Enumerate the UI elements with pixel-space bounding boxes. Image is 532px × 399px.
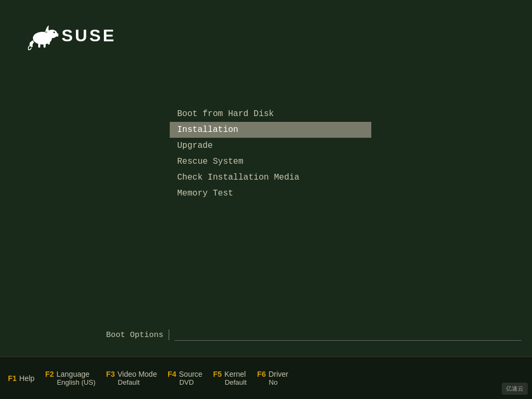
fkey-f1: F1 xyxy=(8,374,16,383)
boot-options-label: Boot Options xyxy=(106,331,163,340)
fkey-f3-label: Video Mode xyxy=(117,370,156,378)
fkey-f5: F5 xyxy=(213,370,222,378)
fkey-f4-value: DVD xyxy=(179,378,194,386)
chameleon-icon xyxy=(27,21,58,50)
boot-options-input[interactable] xyxy=(175,329,521,341)
fkey-group-f3[interactable]: F3 Video Mode Default xyxy=(106,370,157,386)
fkey-group-f6[interactable]: F6 Driver No xyxy=(257,370,289,386)
svg-rect-7 xyxy=(48,40,50,45)
svg-point-3 xyxy=(54,32,55,33)
menu-item-upgrade[interactable]: Upgrade xyxy=(170,138,371,154)
fkey-f6-label: Driver xyxy=(268,370,288,378)
logo-area: SUSE xyxy=(27,21,116,50)
boot-options-separator xyxy=(169,330,169,340)
function-keys-bar: F1 Help F2 Language English (US) F3 Vide… xyxy=(0,357,532,399)
fkey-f3-value: Default xyxy=(118,378,139,386)
menu-item-installation[interactable]: Installation xyxy=(170,122,371,138)
boot-options-area: Boot Options xyxy=(0,329,532,341)
fkey-f3: F3 xyxy=(106,370,115,378)
fkey-f5-label: Kernel xyxy=(224,370,246,378)
fkey-f2: F2 xyxy=(45,370,54,378)
menu-item-boot-hard-disk[interactable]: Boot from Hard Disk xyxy=(170,106,371,122)
boot-menu: Boot from Hard Disk Installation Upgrade… xyxy=(170,106,371,201)
fkey-f4-label: Source xyxy=(179,370,202,378)
menu-item-memory-test[interactable]: Memory Test xyxy=(170,185,371,201)
fkey-group-f4[interactable]: F4 Source DVD xyxy=(168,370,203,386)
fkey-f4: F4 xyxy=(168,370,176,378)
fkey-f6: F6 xyxy=(257,370,266,378)
svg-rect-5 xyxy=(38,43,40,48)
menu-item-rescue-system[interactable]: Rescue System xyxy=(170,154,371,170)
fkey-f2-label: Language xyxy=(56,370,89,378)
brand-text: SUSE xyxy=(62,26,116,46)
fkey-f6-value: No xyxy=(269,378,278,386)
fkey-f1-label: Help xyxy=(19,374,34,383)
fkey-group-f1[interactable]: F1 Help xyxy=(8,374,34,383)
fkey-group-f5[interactable]: F5 Kernel Default xyxy=(213,370,247,386)
menu-item-check-installation[interactable]: Check Installation Media xyxy=(170,170,371,185)
fkey-f5-value: Default xyxy=(225,378,247,386)
svg-rect-6 xyxy=(43,43,46,48)
watermark: 亿速云 xyxy=(502,383,528,395)
fkey-f2-value: English (US) xyxy=(57,378,95,386)
fkey-group-f2[interactable]: F2 Language English (US) xyxy=(45,370,95,386)
